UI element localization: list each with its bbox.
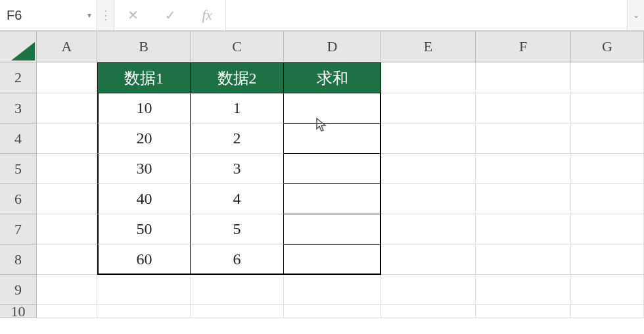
col-header-B[interactable]: B <box>97 32 191 62</box>
col-header-E[interactable]: E <box>381 32 476 62</box>
cancel-icon[interactable]: ✕ <box>127 7 139 23</box>
cell-G5[interactable] <box>571 154 644 184</box>
cell-D8[interactable] <box>284 245 381 275</box>
cell-D6[interactable] <box>284 184 381 214</box>
cell-A5[interactable] <box>37 154 97 184</box>
spreadsheet-grid: A B C D E F G 2 数据1 数据2 求和 3 10 1 4 20 2 <box>0 32 644 318</box>
column-headers: A B C D E F G <box>0 32 644 62</box>
cell-C7[interactable]: 5 <box>191 214 284 245</box>
cell-G7[interactable] <box>571 214 644 245</box>
row-6: 6 40 4 <box>0 184 644 214</box>
cell-D4[interactable] <box>284 124 381 154</box>
col-header-C[interactable]: C <box>191 32 284 62</box>
cell-A6[interactable] <box>37 184 97 214</box>
cell-D10[interactable] <box>284 305 381 318</box>
cell-D2[interactable]: 求和 <box>284 62 381 93</box>
cell-B9[interactable] <box>97 275 191 305</box>
col-header-D[interactable]: D <box>284 32 381 62</box>
cell-D3[interactable] <box>284 93 381 124</box>
cell-F5[interactable] <box>476 154 571 184</box>
cell-B8[interactable]: 60 <box>97 245 191 275</box>
cell-A2[interactable] <box>37 62 97 93</box>
cell-D5[interactable] <box>284 154 381 184</box>
cell-C4[interactable]: 2 <box>191 124 284 154</box>
cell-E9[interactable] <box>381 275 476 305</box>
cell-G10[interactable] <box>571 305 644 318</box>
cell-G4[interactable] <box>571 124 644 154</box>
row-2: 2 数据1 数据2 求和 <box>0 62 644 93</box>
cell-B5[interactable]: 30 <box>97 154 191 184</box>
cell-E4[interactable] <box>381 124 476 154</box>
formula-input[interactable] <box>226 0 627 30</box>
row-header-3[interactable]: 3 <box>0 93 37 124</box>
confirm-icon[interactable]: ✓ <box>165 7 176 23</box>
cell-C9[interactable] <box>191 275 284 305</box>
cell-E6[interactable] <box>381 184 476 214</box>
col-header-G[interactable]: G <box>571 32 644 62</box>
cell-C8[interactable]: 6 <box>191 245 284 275</box>
cell-A7[interactable] <box>37 214 97 245</box>
name-box-value: F6 <box>7 8 86 23</box>
cell-F8[interactable] <box>476 245 571 275</box>
cell-A4[interactable] <box>37 124 97 154</box>
cell-G3[interactable] <box>571 93 644 124</box>
cell-E8[interactable] <box>381 245 476 275</box>
col-header-A[interactable]: A <box>37 32 97 62</box>
formula-bar-separator: ⋮ <box>97 0 114 30</box>
cell-F4[interactable] <box>476 124 571 154</box>
cell-B2[interactable]: 数据1 <box>97 62 191 93</box>
cell-A10[interactable] <box>37 305 97 318</box>
cell-C10[interactable] <box>191 305 284 318</box>
cell-F3[interactable] <box>476 93 571 124</box>
row-header-7[interactable]: 7 <box>0 214 37 245</box>
cell-C3[interactable]: 1 <box>191 93 284 124</box>
row-header-8[interactable]: 8 <box>0 245 37 275</box>
cell-F10[interactable] <box>476 305 571 318</box>
cell-B10[interactable] <box>97 305 191 318</box>
cell-G8[interactable] <box>571 245 644 275</box>
cell-A3[interactable] <box>37 93 97 124</box>
row-header-6[interactable]: 6 <box>0 184 37 214</box>
cell-A8[interactable] <box>37 245 97 275</box>
options-icon: ⋮ <box>100 8 112 22</box>
cell-B4[interactable]: 20 <box>97 124 191 154</box>
cell-E3[interactable] <box>381 93 476 124</box>
cell-G2[interactable] <box>571 62 644 93</box>
cell-E5[interactable] <box>381 154 476 184</box>
cell-G6[interactable] <box>571 184 644 214</box>
cell-A9[interactable] <box>37 275 97 305</box>
row-3: 3 10 1 <box>0 93 644 124</box>
cell-C5[interactable]: 3 <box>191 154 284 184</box>
row-5: 5 30 3 <box>0 154 644 184</box>
cell-B3[interactable]: 10 <box>97 93 191 124</box>
cell-F7[interactable] <box>476 214 571 245</box>
cell-B7[interactable]: 50 <box>97 214 191 245</box>
cell-F2[interactable] <box>476 62 571 93</box>
row-header-5[interactable]: 5 <box>0 154 37 184</box>
cell-E2[interactable] <box>381 62 476 93</box>
cell-E7[interactable] <box>381 214 476 245</box>
select-all-corner[interactable] <box>0 32 37 62</box>
cell-E10[interactable] <box>381 305 476 318</box>
cell-G9[interactable] <box>571 275 644 305</box>
row-header-10[interactable]: 10 <box>0 305 37 318</box>
expand-formula-icon[interactable]: ⌄ <box>627 0 644 30</box>
row-header-2[interactable]: 2 <box>0 62 37 93</box>
name-box-dropdown-icon[interactable]: ▼ <box>86 12 93 19</box>
cell-B6[interactable]: 40 <box>97 184 191 214</box>
fx-icon[interactable]: fx <box>202 7 212 24</box>
row-7: 7 50 5 <box>0 214 644 245</box>
cell-D9[interactable] <box>284 275 381 305</box>
col-header-F[interactable]: F <box>476 32 571 62</box>
cell-C6[interactable]: 4 <box>191 184 284 214</box>
row-10: 10 <box>0 305 644 318</box>
cell-F6[interactable] <box>476 184 571 214</box>
name-box[interactable]: F6 ▼ <box>0 0 97 30</box>
cell-D7[interactable] <box>284 214 381 245</box>
formula-buttons: ✕ ✓ fx <box>114 0 226 30</box>
cell-F9[interactable] <box>476 275 571 305</box>
cell-C2[interactable]: 数据2 <box>191 62 284 93</box>
row-header-9[interactable]: 9 <box>0 275 37 305</box>
row-9: 9 <box>0 275 644 305</box>
row-header-4[interactable]: 4 <box>0 124 37 154</box>
